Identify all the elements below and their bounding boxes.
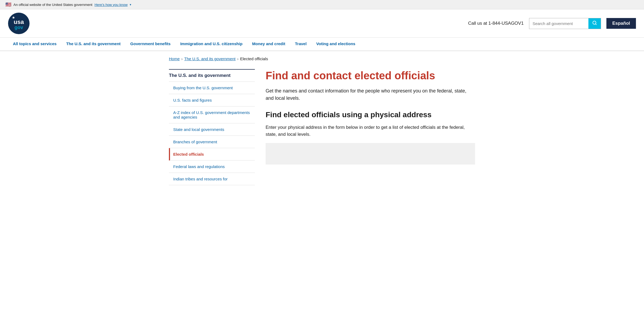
sidebar-item-az-index[interactable]: A-Z index of U.S. government departments… xyxy=(169,106,255,123)
breadcrumb-us-gov[interactable]: The U.S. and its government xyxy=(184,56,236,61)
nav-item-money-credit[interactable]: Money and credit xyxy=(247,38,290,51)
nav-item-us-government[interactable]: The U.S. and its government xyxy=(61,38,126,51)
sidebar-item-federal-laws[interactable]: Federal laws and regulations xyxy=(169,161,255,173)
search-icon xyxy=(592,20,597,27)
sidebar-item-branches[interactable]: Branches of government xyxy=(169,136,255,148)
main-nav: All topics and services The U.S. and its… xyxy=(0,38,644,51)
phone-number: Call us at 1-844-USAGOV1 xyxy=(468,21,524,26)
logo-star-icon: ★ xyxy=(12,15,15,20)
us-flag-icon: 🇺🇸 xyxy=(5,2,11,8)
search-form xyxy=(529,18,601,29)
nav-item-gov-benefits[interactable]: Government benefits xyxy=(125,38,175,51)
nav-item-immigration[interactable]: Immigration and U.S. citizenship xyxy=(175,38,247,51)
nav-item-all-topics[interactable]: All topics and services xyxy=(8,38,61,51)
breadcrumb-current: Elected officials xyxy=(240,56,268,61)
main-layout: The U.S. and its government Buying from … xyxy=(169,64,475,191)
heres-how-you-know-link[interactable]: Here's how you know xyxy=(95,3,128,7)
logo-usa-text: usa xyxy=(14,19,24,25)
nav-item-voting[interactable]: Voting and elections xyxy=(312,38,360,51)
nav-item-travel[interactable]: Travel xyxy=(290,38,311,51)
sidebar-title: The U.S. and its government xyxy=(169,69,255,82)
sidebar-item-state-local[interactable]: State and local governments xyxy=(169,123,255,136)
chevron-down-icon: ▾ xyxy=(130,3,131,6)
sidebar-item-elected-officials[interactable]: Elected officials xyxy=(169,148,255,161)
section-title: Find elected officials using a physical … xyxy=(266,110,475,120)
page-title: Find and contact elected officials xyxy=(266,69,475,82)
breadcrumb-separator-1: › xyxy=(181,56,183,61)
main-content: Find and contact elected officials Get t… xyxy=(266,69,475,185)
page-wrapper: Home › The U.S. and its government › Ele… xyxy=(161,51,483,191)
search-button[interactable] xyxy=(588,18,601,29)
breadcrumb: Home › The U.S. and its government › Ele… xyxy=(169,51,475,64)
page-description: Get the names and contact information fo… xyxy=(266,87,475,102)
site-header: ★ usa gov Call us at 1-844-USAGOV1 Españ… xyxy=(0,9,644,38)
section-description: Enter your physical address in the form … xyxy=(266,124,475,138)
espanol-button[interactable]: Español xyxy=(606,18,636,29)
logo-container[interactable]: ★ usa gov xyxy=(8,13,30,34)
gov-banner: 🇺🇸 An official website of the United Sta… xyxy=(0,0,644,9)
header-right: Call us at 1-844-USAGOV1 Español xyxy=(468,18,636,29)
sidebar-item-indian-tribes[interactable]: Indian tribes and resources for xyxy=(169,173,255,185)
search-input[interactable] xyxy=(529,19,588,28)
breadcrumb-home[interactable]: Home xyxy=(169,56,180,61)
svg-line-1 xyxy=(595,24,596,24)
official-site-text: An official website of the United States… xyxy=(13,3,92,7)
sidebar: The U.S. and its government Buying from … xyxy=(169,69,255,185)
sidebar-item-buying[interactable]: Buying from the U.S. government xyxy=(169,82,255,94)
address-form-area[interactable] xyxy=(266,143,475,165)
usa-gov-logo[interactable]: ★ usa gov xyxy=(8,13,30,34)
breadcrumb-separator-2: › xyxy=(237,56,238,61)
logo-gov-text: gov xyxy=(15,25,23,30)
sidebar-item-facts[interactable]: U.S. facts and figures xyxy=(169,94,255,106)
